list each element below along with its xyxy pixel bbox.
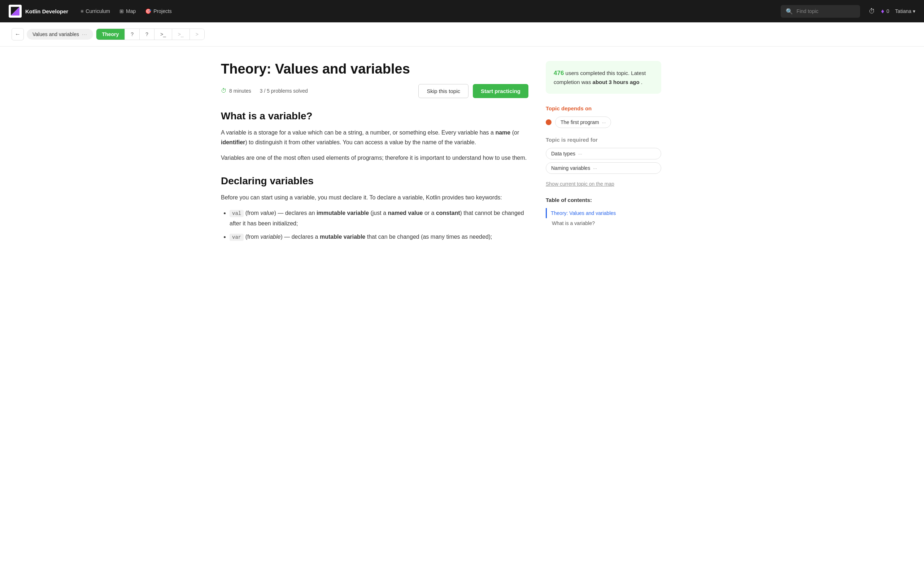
tab-code-1-label: >_ bbox=[160, 31, 166, 37]
nav-projects-label: Projects bbox=[153, 8, 172, 14]
back-arrow-icon: ← bbox=[15, 31, 21, 37]
tab-code-2-label: >_ bbox=[178, 31, 184, 37]
nav-items: ≡ Curriculum ⊞ Map 🎯 Projects bbox=[77, 6, 772, 16]
section-heading-declaring: Declaring variables bbox=[221, 174, 528, 187]
search-bar[interactable]: 🔍 Find topic bbox=[781, 5, 860, 18]
depends-dot bbox=[546, 119, 551, 125]
required-title: Topic is required for bbox=[546, 137, 661, 143]
main-layout: Theory: Values and variables ⏱ 8 minutes… bbox=[209, 47, 715, 268]
content-area: Theory: Values and variables ⏱ 8 minutes… bbox=[221, 61, 546, 247]
tab-theory[interactable]: Theory bbox=[96, 29, 125, 40]
toc-theory-label: Theory: Values and variables bbox=[551, 210, 616, 216]
nav-map-label: Map bbox=[126, 8, 136, 14]
logo-text: Kotlin Developer bbox=[25, 8, 68, 15]
page-title: Theory: Values and variables bbox=[221, 61, 528, 77]
tab-code-2[interactable]: >_ bbox=[172, 29, 190, 40]
nav-right: ⏱ ♦ 0 Tatiana ▾ bbox=[869, 8, 915, 15]
chevron-down-icon: ▾ bbox=[913, 8, 915, 14]
user-menu[interactable]: Tatiana ▾ bbox=[895, 8, 915, 14]
required-topic-naming[interactable]: Naming variables ··· bbox=[546, 162, 661, 174]
para-variable-2: Variables are one of the most often used… bbox=[221, 153, 528, 163]
var-code: var bbox=[229, 234, 244, 241]
tab-next-label: > bbox=[195, 31, 199, 37]
tab-theory-label: Theory bbox=[102, 31, 119, 37]
action-buttons: Skip this topic Start practicing bbox=[418, 84, 528, 98]
nav-curriculum[interactable]: ≡ Curriculum bbox=[77, 6, 114, 16]
toc-section: Table of contents: Theory: Values and va… bbox=[546, 197, 661, 228]
gem-count: 0 bbox=[887, 8, 889, 14]
depends-topic-dots: ··· bbox=[602, 120, 606, 125]
nav-projects[interactable]: 🎯 Projects bbox=[142, 6, 175, 16]
problems-label: 3 / 5 problems solved bbox=[260, 88, 308, 94]
toc-variable-label: What is a variable? bbox=[552, 220, 595, 226]
time-label: 8 minutes bbox=[229, 88, 251, 94]
nav-curriculum-label: Curriculum bbox=[86, 8, 110, 14]
tab-quiz-2[interactable]: ? bbox=[140, 29, 155, 40]
data-types-label: Data types bbox=[551, 151, 575, 156]
tab-quiz-1-label: ? bbox=[131, 31, 134, 37]
list-item-val: val (from value) — declares an immutable… bbox=[229, 208, 528, 229]
search-icon: 🔍 bbox=[786, 8, 793, 15]
keywords-list: val (from value) — declares an immutable… bbox=[229, 208, 528, 242]
depends-topic-label: The first program bbox=[561, 119, 599, 125]
map-nav-icon: ⊞ bbox=[120, 8, 124, 14]
search-placeholder: Find topic bbox=[796, 8, 819, 14]
para-declaring-1: Before you can start using a variable, y… bbox=[221, 193, 528, 202]
completion-count: 476 bbox=[554, 69, 564, 76]
toc-list: Theory: Values and variables What is a v… bbox=[546, 208, 661, 228]
tabs-container: Theory ? ? >_ >_ > bbox=[96, 29, 205, 40]
required-for-list: Data types ··· Naming variables ··· bbox=[546, 148, 661, 174]
clock-icon: ⏱ bbox=[221, 88, 227, 94]
curriculum-icon: ≡ bbox=[81, 8, 83, 14]
tab-code-1[interactable]: >_ bbox=[155, 29, 172, 40]
tab-bar: ← Values and variables ··· Theory ? ? >_… bbox=[0, 23, 924, 47]
back-button[interactable]: ← bbox=[11, 28, 24, 40]
user-name: Tatiana bbox=[895, 8, 911, 14]
navbar: Kotlin Developer ≡ Curriculum ⊞ Map 🎯 Pr… bbox=[0, 0, 924, 23]
topic-breadcrumb-label: Values and variables bbox=[32, 31, 79, 37]
breadcrumb-dots: ··· bbox=[82, 31, 87, 37]
toc-item-variable[interactable]: What is a variable? bbox=[546, 218, 661, 228]
completion-box: 476 users completed this topic. Latest c… bbox=[546, 61, 661, 94]
sidebar: 476 users completed this topic. Latest c… bbox=[546, 61, 661, 247]
para-variable-1: A variable is a storage for a value whic… bbox=[221, 128, 528, 147]
tab-quiz-2-label: ? bbox=[145, 31, 149, 37]
projects-icon: 🎯 bbox=[145, 8, 151, 14]
map-link[interactable]: Show current topic on the map bbox=[546, 181, 661, 187]
depends-title: Topic depends on bbox=[546, 105, 661, 111]
toc-title: Table of contents: bbox=[546, 197, 661, 203]
start-practicing-button[interactable]: Start practicing bbox=[473, 84, 528, 98]
depends-topic-link[interactable]: The first program ··· bbox=[555, 116, 611, 128]
depends-topic-row: The first program ··· bbox=[546, 116, 661, 128]
timer-icon[interactable]: ⏱ bbox=[869, 8, 875, 15]
required-for-section: Topic is required for Data types ··· Nam… bbox=[546, 137, 661, 174]
tab-quiz-1[interactable]: ? bbox=[125, 29, 140, 40]
list-item-var: var (from variable) — declares a mutable… bbox=[229, 232, 528, 242]
gem-count-display: ♦ 0 bbox=[881, 8, 889, 15]
toc-item-theory[interactable]: Theory: Values and variables bbox=[546, 208, 661, 218]
data-types-dots: ··· bbox=[578, 151, 582, 156]
gem-icon: ♦ bbox=[881, 8, 884, 15]
completion-time: about 3 hours ago bbox=[593, 79, 640, 85]
completion-end: . bbox=[641, 79, 643, 85]
tab-next[interactable]: > bbox=[190, 29, 204, 40]
skip-button[interactable]: Skip this topic bbox=[418, 84, 468, 98]
topic-breadcrumb[interactable]: Values and variables ··· bbox=[27, 29, 93, 40]
meta-row: ⏱ 8 minutes 3 / 5 problems solved Skip t… bbox=[221, 84, 528, 98]
naming-variables-label: Naming variables bbox=[551, 165, 590, 171]
val-code: val bbox=[229, 210, 244, 217]
time-display: ⏱ 8 minutes bbox=[221, 88, 251, 94]
nav-map[interactable]: ⊞ Map bbox=[116, 6, 139, 16]
logo-icon bbox=[9, 5, 22, 18]
logo[interactable]: Kotlin Developer bbox=[9, 5, 68, 18]
naming-variables-dots: ··· bbox=[593, 166, 597, 171]
required-topic-data-types[interactable]: Data types ··· bbox=[546, 148, 661, 160]
section-heading-variable: What is a variable? bbox=[221, 110, 528, 122]
topic-depends-section: Topic depends on The first program ··· bbox=[546, 105, 661, 128]
